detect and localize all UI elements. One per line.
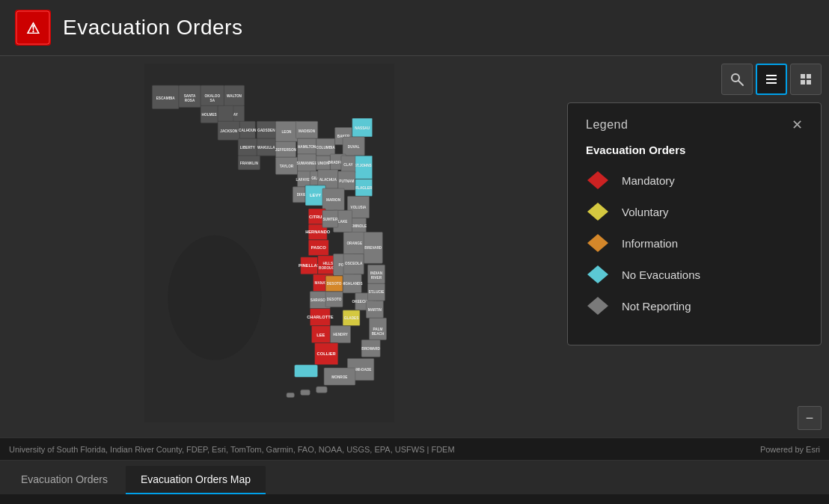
svg-rect-43 (316, 138, 335, 156)
florida-map: ESCAMBIA SANTA ROSA OKALOO SA HOLMES WAL… (15, 64, 524, 422)
svg-line-150 (738, 81, 743, 85)
svg-text:⚠: ⚠ (26, 20, 40, 37)
zoom-out-button[interactable]: − (798, 406, 822, 430)
svg-rect-157 (807, 80, 811, 84)
svg-rect-154 (801, 74, 805, 79)
not-reporting-label: Not Reporting (622, 300, 691, 313)
svg-rect-145 (343, 310, 360, 326)
not-reporting-swatch (586, 295, 610, 316)
no-evac-swatch (586, 264, 610, 285)
svg-rect-143 (325, 276, 343, 292)
attribution-bar: University of South Florida, Indian Rive… (0, 437, 829, 460)
svg-rect-141 (301, 390, 311, 395)
svg-rect-89 (343, 232, 365, 253)
svg-rect-49 (343, 137, 364, 156)
svg-rect-29 (238, 156, 260, 170)
svg-rect-21 (239, 121, 255, 138)
svg-rect-91 (301, 257, 318, 274)
svg-rect-119 (310, 309, 330, 326)
svg-rect-12 (201, 105, 218, 123)
toolbar (721, 64, 822, 95)
svg-rect-117 (325, 292, 343, 307)
tab-evacuation-orders-map[interactable]: Evacuation Orders Map (126, 466, 266, 494)
svg-rect-23 (238, 138, 257, 156)
legend-item-voluntary: Voluntary (586, 201, 803, 222)
legend-item-not-reporting: Not Reporting (586, 295, 803, 316)
svg-marker-162 (587, 297, 608, 315)
svg-marker-160 (587, 234, 608, 252)
svg-marker-161 (587, 265, 608, 283)
svg-rect-25 (257, 121, 275, 138)
svg-marker-159 (587, 203, 608, 221)
mandatory-swatch (586, 170, 610, 191)
map-container[interactable]: ESCAMBIA SANTA ROSA OKALOO SA HOLMES WAL… (0, 56, 829, 437)
zoom-control: − (798, 406, 822, 430)
grid-view-button[interactable] (790, 64, 822, 95)
no-evac-label: No Evacuations (622, 268, 700, 281)
svg-rect-39 (298, 138, 316, 154)
svg-rect-155 (807, 74, 811, 79)
svg-rect-142 (287, 393, 294, 397)
svg-rect-134 (315, 343, 338, 365)
svg-rect-41 (298, 154, 316, 171)
legend-title: Legend (586, 118, 628, 132)
tab-evacuation-orders[interactable]: Evacuation Orders (6, 466, 123, 494)
svg-point-148 (168, 236, 261, 360)
list-view-button[interactable] (756, 64, 787, 95)
svg-rect-31 (275, 121, 297, 141)
svg-rect-27 (257, 138, 275, 156)
app-header: ⚠ Evacuation Orders (0, 0, 829, 56)
svg-rect-152 (766, 79, 777, 80)
app-title: Evacuation Orders (63, 16, 242, 40)
legend-close-button[interactable]: ✕ (792, 118, 803, 132)
svg-rect-6 (179, 85, 201, 107)
svg-rect-51 (316, 156, 331, 170)
svg-rect-153 (766, 82, 777, 84)
svg-rect-69 (338, 171, 355, 190)
svg-rect-138 (324, 368, 355, 385)
powered-by-text: Powered by Esri (760, 445, 820, 454)
tab-bar: Evacuation Orders Evacuation Orders Map (0, 460, 829, 494)
search-button[interactable] (721, 64, 753, 95)
svg-rect-156 (801, 80, 805, 84)
svg-rect-33 (275, 141, 296, 157)
svg-rect-87 (322, 210, 338, 227)
information-label: Information (622, 237, 678, 250)
legend-item-mandatory: Mandatory (586, 170, 803, 191)
svg-rect-71 (355, 179, 373, 196)
svg-rect-81 (308, 240, 328, 256)
svg-rect-113 (367, 283, 385, 301)
legend-layer-name: Evacuation Orders (586, 144, 803, 156)
svg-rect-132 (361, 339, 380, 357)
mandatory-label: Mandatory (622, 174, 675, 187)
voluntary-swatch (586, 201, 610, 222)
svg-rect-47 (352, 118, 373, 137)
svg-rect-98 (343, 254, 364, 274)
app-logo: ⚠ (15, 10, 51, 46)
svg-rect-55 (354, 156, 373, 179)
voluntary-label: Voluntary (622, 206, 669, 218)
svg-rect-151 (766, 75, 777, 76)
svg-rect-140 (316, 387, 328, 393)
svg-rect-9 (201, 85, 224, 105)
svg-rect-37 (275, 157, 297, 174)
legend-panel: Legend ✕ Evacuation Orders Mandatory Vol… (567, 102, 822, 345)
svg-rect-18 (218, 105, 233, 121)
svg-rect-108 (367, 265, 385, 283)
svg-rect-130 (330, 326, 350, 343)
svg-rect-125 (370, 318, 387, 339)
svg-marker-158 (587, 171, 608, 189)
svg-rect-100 (364, 232, 382, 263)
legend-header: Legend ✕ (586, 118, 803, 132)
attribution-text: University of South Florida, Indian Rive… (9, 445, 455, 454)
svg-rect-147 (294, 365, 317, 378)
svg-rect-57 (341, 156, 355, 173)
svg-rect-35 (296, 121, 317, 138)
svg-rect-106 (343, 274, 361, 293)
svg-rect-123 (366, 301, 383, 318)
svg-rect-128 (311, 326, 330, 343)
svg-rect-19 (218, 121, 239, 140)
svg-rect-14 (224, 85, 244, 105)
information-swatch (586, 233, 610, 253)
legend-item-information: Information (586, 233, 803, 253)
